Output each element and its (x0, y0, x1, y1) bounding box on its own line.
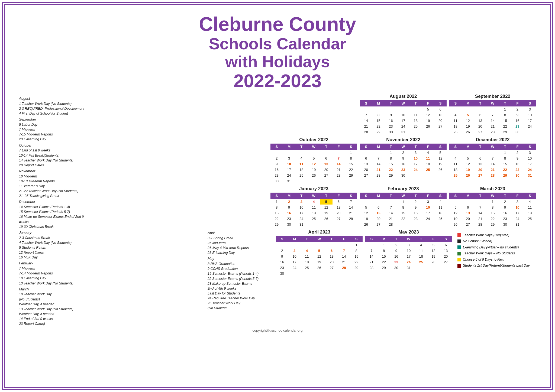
note-item: 23 E-learning Day (19, 137, 92, 142)
cal-day-cell: 21 (474, 216, 486, 222)
cal-day-cell: 11 (295, 161, 308, 167)
cal-day-header: W (308, 144, 320, 150)
cal-day-cell (301, 271, 313, 276)
cal-day-cell: 30 (511, 129, 524, 135)
cal-day-cell: 15 (486, 210, 499, 216)
cal-day-header: S (434, 193, 447, 199)
cal-day-cell (462, 199, 474, 205)
cal-day-cell: 15 (385, 161, 397, 167)
cal-day-cell: 20 (440, 254, 452, 259)
legend-color-box (457, 258, 461, 261)
cal-day-header: F (511, 144, 524, 150)
cal-day-cell: 24 (422, 216, 434, 222)
cal-day-header: F (427, 236, 440, 242)
cal-day-cell: 8 (372, 112, 385, 118)
cal-day-cell (385, 106, 397, 112)
cal-day-cell: 16 (385, 118, 397, 124)
month-header: March (19, 287, 92, 292)
cal-day-cell (449, 199, 462, 205)
cal-day-header: T (409, 144, 422, 150)
cal-day-cell: 18 (422, 161, 434, 167)
cal-day-cell: 9 (390, 248, 402, 254)
month-header: November (19, 169, 92, 174)
legend-label: E-learning Day (virtual – no students) (463, 244, 519, 251)
cal-day-cell: 20 (462, 216, 474, 222)
cal-day-cell: 25 (415, 259, 427, 265)
cal-day-header: S (270, 193, 283, 199)
cal-day-header: F (333, 144, 345, 150)
cal-day-cell: 24 (524, 124, 536, 129)
cal-day-cell (325, 242, 338, 248)
cal-day-cell (333, 178, 345, 184)
cal-table: SMTWTFS123456789101112131415161718192021… (449, 144, 536, 178)
note-item: Weather Day, if needed (19, 302, 92, 307)
cal-day-cell: 3 (283, 155, 295, 161)
cal-day-cell (422, 173, 434, 178)
note-item: 7 End of 1st 9 weeks (19, 148, 92, 153)
cal-day-cell: 14 (486, 161, 499, 167)
legend-color-box (457, 252, 461, 255)
legend-color-box (457, 233, 461, 237)
cal-day-cell: 25 (524, 216, 536, 222)
legend-item: Choose 5 of 9 Days to Flex (457, 257, 536, 263)
cal-day-cell: 6 (320, 155, 333, 161)
month-header: May (208, 256, 271, 261)
cal-day-cell: 11 (409, 112, 422, 118)
cal-day-cell: 30 (499, 222, 511, 227)
month-header: September (19, 117, 92, 122)
cal-day-cell: 5 (308, 155, 320, 161)
cal-day-cell: 13 (360, 161, 372, 167)
legend-item: Teacher Work Days – No Students (457, 250, 536, 257)
cal-day-cell: 8 (486, 205, 499, 210)
note-item: 23 Report Cards) (19, 321, 92, 326)
cal-day-header: W (397, 144, 409, 150)
cal-day-cell: 10 (288, 254, 301, 259)
cal-table: SMTWTFS567891011121314151617181920212223… (360, 100, 447, 135)
cal-day-cell: 2 (270, 155, 283, 161)
cal-day-cell: 29 (385, 173, 397, 178)
cal-day-cell: 21 (486, 167, 499, 173)
cal-day-cell: 17 (397, 118, 409, 124)
note-item: 25 Teacher Work Day (208, 301, 271, 306)
cal-day-cell (283, 150, 295, 155)
cal-title: February 2023 (360, 186, 447, 192)
note-item: 21-22 Teacher Work Day (No Students) (19, 189, 92, 193)
cal-day-cell (372, 199, 385, 205)
cal-table: SMTWTFS123456789101112131415161718192021… (360, 193, 447, 227)
cal-day-cell: 28 (360, 129, 372, 135)
cal-day-cell: 11 (449, 118, 462, 124)
note-item: 23 Make-up Semester Exams (208, 281, 271, 286)
cal-day-header: W (402, 236, 415, 242)
cal-day-cell: 30 (511, 173, 524, 178)
cal-day-cell: 18 (434, 210, 447, 216)
cal-day-header: F (422, 193, 434, 199)
cal-day-cell (365, 242, 378, 248)
cal-title: November 2022 (360, 137, 447, 142)
cal-day-cell: 23 (511, 124, 524, 129)
cal-day-cell: 2 (511, 150, 524, 155)
cal-day-cell: 24 (524, 167, 536, 173)
cal-day-cell: 18 (415, 254, 427, 259)
cal-day-header: S (350, 236, 363, 242)
cal-day-header: S (524, 193, 536, 199)
cal-day-header: S (276, 236, 288, 242)
cal-day-cell: 12 (449, 210, 462, 216)
cal-day-cell: 7 (385, 205, 397, 210)
calendar-february: February 2023SMTWTFS12345678910111213141… (360, 186, 447, 227)
cal-day-cell: 8 (499, 112, 511, 118)
cal-day-cell (308, 178, 320, 184)
cal-day-cell: 3 (295, 199, 308, 205)
cal-day-cell: 14 (338, 254, 350, 259)
cal-day-cell: 10 (409, 155, 422, 161)
cal-day-header: T (499, 100, 511, 106)
calendar-may: May 2023SMTWTFS1234567891011121314151617… (365, 229, 452, 271)
note-item: 19 Semester Exams (Periods 1-4) (208, 271, 271, 276)
cal-day-cell: 19 (313, 259, 325, 265)
cal-day-header: T (385, 193, 397, 199)
cal-day-cell (333, 150, 345, 155)
cal-day-cell: 31 (295, 222, 308, 227)
cal-day-cell: 27 (333, 216, 345, 222)
cal-day-header: W (313, 236, 325, 242)
cal-day-cell: 23 (270, 173, 283, 178)
cal-day-cell: 15 (372, 118, 385, 124)
